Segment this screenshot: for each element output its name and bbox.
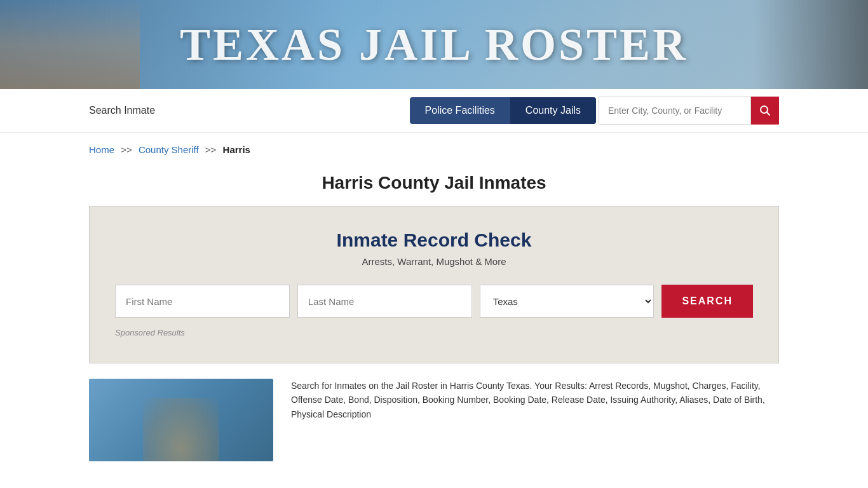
capitol-dome	[143, 398, 219, 461]
breadcrumb-sep-2: >>	[205, 144, 217, 155]
breadcrumb: Home >> County Sheriff >> Harris	[0, 133, 868, 166]
page-title: Harris County Jail Inmates	[0, 166, 868, 206]
nav-buttons: Police Facilities County Jails	[410, 97, 596, 124]
header-search-input[interactable]	[599, 97, 751, 125]
sponsored-label: Sponsored Results	[115, 328, 753, 337]
state-select[interactable]: AlabamaAlaskaArizonaArkansasCaliforniaCo…	[480, 285, 654, 318]
header-search-button[interactable]	[751, 97, 779, 125]
first-name-input[interactable]	[115, 285, 290, 318]
county-jails-button[interactable]: County Jails	[510, 97, 596, 124]
record-search-button[interactable]: SEARCH	[661, 285, 753, 318]
breadcrumb-sep-1: >>	[121, 144, 132, 155]
search-icon	[759, 105, 771, 116]
breadcrumb-home[interactable]: Home	[89, 144, 114, 155]
breadcrumb-county-sheriff[interactable]: County Sheriff	[139, 144, 199, 155]
last-name-input[interactable]	[297, 285, 472, 318]
police-facilities-button[interactable]: Police Facilities	[410, 97, 510, 124]
bottom-image	[89, 379, 273, 461]
header-search-bar	[599, 97, 779, 125]
svg-line-1	[767, 112, 770, 116]
site-title: Texas Jail Roster	[180, 18, 688, 71]
record-check-subtitle: Arrests, Warrant, Mugshot & More	[115, 256, 753, 267]
bottom-description: Search for Inmates on the Jail Roster in…	[291, 379, 779, 421]
capitol-image	[0, 0, 140, 89]
navbar: Search Inmate Police Facilities County J…	[0, 89, 868, 133]
bottom-section: Search for Inmates on the Jail Roster in…	[0, 363, 868, 477]
keys-image	[754, 0, 868, 89]
record-check-title: Inmate Record Check	[115, 229, 753, 251]
record-form: AlabamaAlaskaArizonaArkansasCaliforniaCo…	[115, 285, 753, 318]
header-banner: Texas Jail Roster	[0, 0, 868, 89]
breadcrumb-current: Harris	[223, 144, 250, 155]
record-check-box: Inmate Record Check Arrests, Warrant, Mu…	[89, 206, 779, 363]
search-inmate-label: Search Inmate	[89, 105, 155, 116]
